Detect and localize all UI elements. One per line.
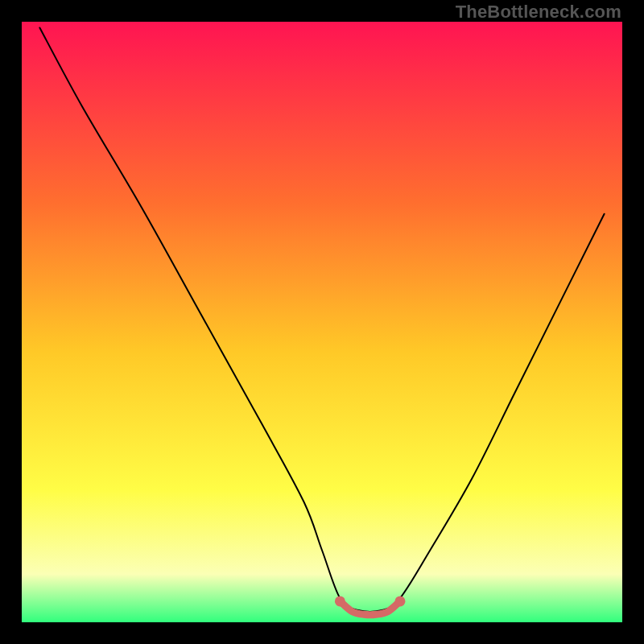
watermark-text: TheBottleneck.com: [456, 2, 621, 23]
optimal-band-endpoint-right: [394, 596, 405, 606]
bottleneck-chart: [0, 0, 644, 644]
optimal-band-endpoint-left: [335, 596, 345, 606]
plot-background: [22, 22, 622, 622]
